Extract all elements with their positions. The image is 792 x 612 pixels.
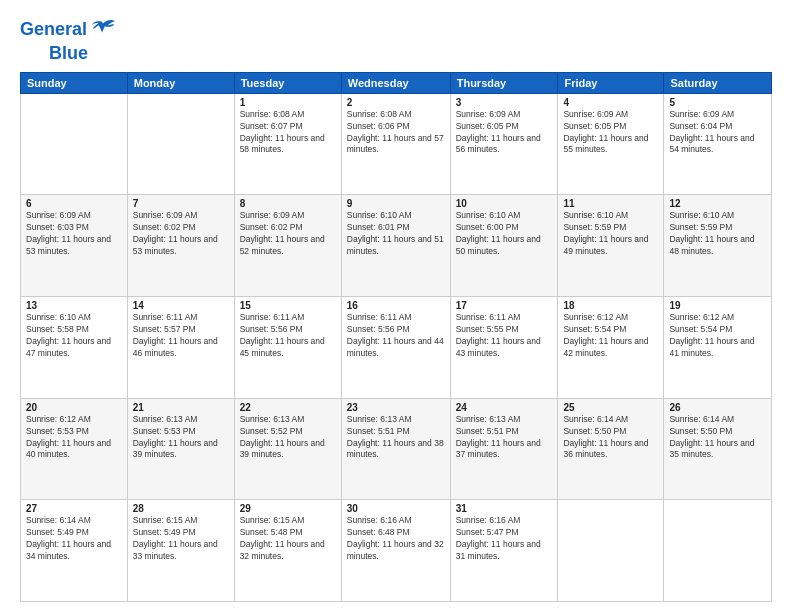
calendar-cell: 17Sunrise: 6:11 AMSunset: 5:55 PMDayligh… <box>450 297 558 399</box>
day-info: Sunrise: 6:09 AMSunset: 6:05 PMDaylight:… <box>456 109 553 157</box>
calendar-cell: 10Sunrise: 6:10 AMSunset: 6:00 PMDayligh… <box>450 195 558 297</box>
day-info: Sunrise: 6:13 AMSunset: 5:51 PMDaylight:… <box>456 414 553 462</box>
day-number: 3 <box>456 97 553 108</box>
calendar-cell: 29Sunrise: 6:15 AMSunset: 5:48 PMDayligh… <box>234 500 341 602</box>
calendar-cell <box>558 500 664 602</box>
logo: General Blue <box>20 16 117 64</box>
day-info: Sunrise: 6:14 AMSunset: 5:50 PMDaylight:… <box>669 414 766 462</box>
day-number: 9 <box>347 198 445 209</box>
logo-bird-icon <box>89 16 117 44</box>
day-info: Sunrise: 6:12 AMSunset: 5:54 PMDaylight:… <box>669 312 766 360</box>
calendar-cell: 26Sunrise: 6:14 AMSunset: 5:50 PMDayligh… <box>664 398 772 500</box>
day-info: Sunrise: 6:09 AMSunset: 6:03 PMDaylight:… <box>26 210 122 258</box>
calendar-cell: 6Sunrise: 6:09 AMSunset: 6:03 PMDaylight… <box>21 195 128 297</box>
day-number: 27 <box>26 503 122 514</box>
logo-text: General <box>20 20 87 40</box>
calendar-header-row: SundayMondayTuesdayWednesdayThursdayFrid… <box>21 72 772 93</box>
calendar-table: SundayMondayTuesdayWednesdayThursdayFrid… <box>20 72 772 602</box>
day-number: 1 <box>240 97 336 108</box>
calendar-cell: 12Sunrise: 6:10 AMSunset: 5:59 PMDayligh… <box>664 195 772 297</box>
day-info: Sunrise: 6:11 AMSunset: 5:56 PMDaylight:… <box>240 312 336 360</box>
day-info: Sunrise: 6:09 AMSunset: 6:05 PMDaylight:… <box>563 109 658 157</box>
day-info: Sunrise: 6:15 AMSunset: 5:48 PMDaylight:… <box>240 515 336 563</box>
calendar-cell: 11Sunrise: 6:10 AMSunset: 5:59 PMDayligh… <box>558 195 664 297</box>
page: General Blue SundayMondayTuesdayWednesda… <box>0 0 792 612</box>
day-info: Sunrise: 6:11 AMSunset: 5:55 PMDaylight:… <box>456 312 553 360</box>
calendar-cell: 28Sunrise: 6:15 AMSunset: 5:49 PMDayligh… <box>127 500 234 602</box>
logo-text2: Blue <box>49 44 88 64</box>
calendar-day-header: Sunday <box>21 72 128 93</box>
calendar-cell: 21Sunrise: 6:13 AMSunset: 5:53 PMDayligh… <box>127 398 234 500</box>
day-number: 26 <box>669 402 766 413</box>
calendar-cell: 16Sunrise: 6:11 AMSunset: 5:56 PMDayligh… <box>341 297 450 399</box>
day-info: Sunrise: 6:10 AMSunset: 5:59 PMDaylight:… <box>669 210 766 258</box>
day-info: Sunrise: 6:10 AMSunset: 6:01 PMDaylight:… <box>347 210 445 258</box>
calendar-week-row: 6Sunrise: 6:09 AMSunset: 6:03 PMDaylight… <box>21 195 772 297</box>
day-number: 16 <box>347 300 445 311</box>
calendar-cell: 14Sunrise: 6:11 AMSunset: 5:57 PMDayligh… <box>127 297 234 399</box>
day-number: 18 <box>563 300 658 311</box>
calendar-day-header: Wednesday <box>341 72 450 93</box>
calendar-cell: 5Sunrise: 6:09 AMSunset: 6:04 PMDaylight… <box>664 93 772 195</box>
day-info: Sunrise: 6:15 AMSunset: 5:49 PMDaylight:… <box>133 515 229 563</box>
calendar-cell: 19Sunrise: 6:12 AMSunset: 5:54 PMDayligh… <box>664 297 772 399</box>
calendar-cell: 15Sunrise: 6:11 AMSunset: 5:56 PMDayligh… <box>234 297 341 399</box>
day-info: Sunrise: 6:10 AMSunset: 6:00 PMDaylight:… <box>456 210 553 258</box>
calendar-cell <box>127 93 234 195</box>
day-number: 12 <box>669 198 766 209</box>
day-number: 23 <box>347 402 445 413</box>
day-number: 11 <box>563 198 658 209</box>
calendar-week-row: 13Sunrise: 6:10 AMSunset: 5:58 PMDayligh… <box>21 297 772 399</box>
day-number: 6 <box>26 198 122 209</box>
calendar-day-header: Friday <box>558 72 664 93</box>
day-info: Sunrise: 6:14 AMSunset: 5:50 PMDaylight:… <box>563 414 658 462</box>
calendar-cell: 13Sunrise: 6:10 AMSunset: 5:58 PMDayligh… <box>21 297 128 399</box>
calendar-week-row: 27Sunrise: 6:14 AMSunset: 5:49 PMDayligh… <box>21 500 772 602</box>
calendar-cell: 27Sunrise: 6:14 AMSunset: 5:49 PMDayligh… <box>21 500 128 602</box>
day-number: 25 <box>563 402 658 413</box>
day-info: Sunrise: 6:13 AMSunset: 5:52 PMDaylight:… <box>240 414 336 462</box>
day-number: 4 <box>563 97 658 108</box>
calendar-day-header: Saturday <box>664 72 772 93</box>
day-info: Sunrise: 6:08 AMSunset: 6:06 PMDaylight:… <box>347 109 445 157</box>
day-info: Sunrise: 6:13 AMSunset: 5:51 PMDaylight:… <box>347 414 445 462</box>
calendar-cell: 25Sunrise: 6:14 AMSunset: 5:50 PMDayligh… <box>558 398 664 500</box>
day-number: 21 <box>133 402 229 413</box>
day-number: 24 <box>456 402 553 413</box>
day-number: 7 <box>133 198 229 209</box>
day-number: 30 <box>347 503 445 514</box>
day-number: 14 <box>133 300 229 311</box>
day-number: 13 <box>26 300 122 311</box>
calendar-cell: 9Sunrise: 6:10 AMSunset: 6:01 PMDaylight… <box>341 195 450 297</box>
day-info: Sunrise: 6:12 AMSunset: 5:53 PMDaylight:… <box>26 414 122 462</box>
calendar-day-header: Monday <box>127 72 234 93</box>
day-info: Sunrise: 6:09 AMSunset: 6:02 PMDaylight:… <box>133 210 229 258</box>
calendar-cell: 20Sunrise: 6:12 AMSunset: 5:53 PMDayligh… <box>21 398 128 500</box>
calendar-cell: 30Sunrise: 6:16 AMSunset: 6:48 PMDayligh… <box>341 500 450 602</box>
calendar-cell: 22Sunrise: 6:13 AMSunset: 5:52 PMDayligh… <box>234 398 341 500</box>
calendar-week-row: 20Sunrise: 6:12 AMSunset: 5:53 PMDayligh… <box>21 398 772 500</box>
day-info: Sunrise: 6:14 AMSunset: 5:49 PMDaylight:… <box>26 515 122 563</box>
calendar-cell: 24Sunrise: 6:13 AMSunset: 5:51 PMDayligh… <box>450 398 558 500</box>
day-info: Sunrise: 6:09 AMSunset: 6:02 PMDaylight:… <box>240 210 336 258</box>
day-number: 19 <box>669 300 766 311</box>
day-number: 28 <box>133 503 229 514</box>
day-info: Sunrise: 6:13 AMSunset: 5:53 PMDaylight:… <box>133 414 229 462</box>
day-info: Sunrise: 6:16 AMSunset: 6:48 PMDaylight:… <box>347 515 445 563</box>
calendar-cell: 3Sunrise: 6:09 AMSunset: 6:05 PMDaylight… <box>450 93 558 195</box>
day-number: 5 <box>669 97 766 108</box>
day-info: Sunrise: 6:11 AMSunset: 5:57 PMDaylight:… <box>133 312 229 360</box>
calendar-day-header: Thursday <box>450 72 558 93</box>
day-number: 8 <box>240 198 336 209</box>
day-info: Sunrise: 6:09 AMSunset: 6:04 PMDaylight:… <box>669 109 766 157</box>
header: General Blue <box>20 16 772 64</box>
day-number: 31 <box>456 503 553 514</box>
calendar-cell: 7Sunrise: 6:09 AMSunset: 6:02 PMDaylight… <box>127 195 234 297</box>
day-number: 2 <box>347 97 445 108</box>
day-info: Sunrise: 6:16 AMSunset: 5:47 PMDaylight:… <box>456 515 553 563</box>
calendar-cell <box>664 500 772 602</box>
day-number: 15 <box>240 300 336 311</box>
calendar-cell: 4Sunrise: 6:09 AMSunset: 6:05 PMDaylight… <box>558 93 664 195</box>
day-info: Sunrise: 6:10 AMSunset: 5:59 PMDaylight:… <box>563 210 658 258</box>
calendar-day-header: Tuesday <box>234 72 341 93</box>
